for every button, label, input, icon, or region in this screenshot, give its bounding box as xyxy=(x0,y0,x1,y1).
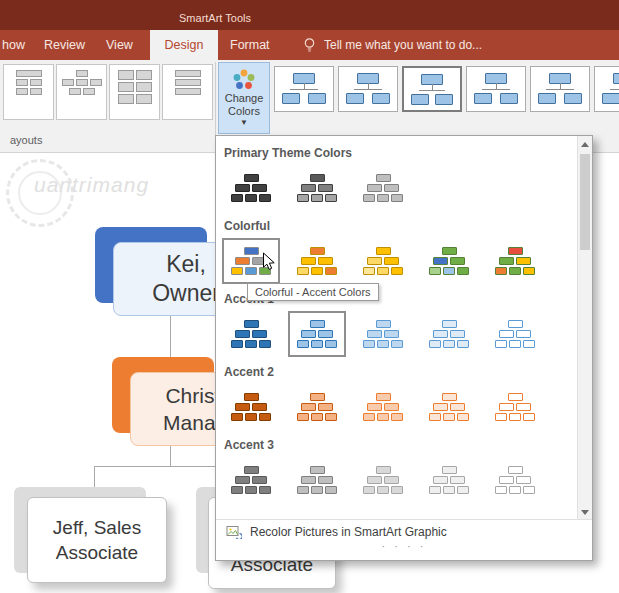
change-colors-menu: Primary Theme ColorsColorfulAccent 1Acce… xyxy=(215,135,593,561)
color-variant-gradient-range-accent-2[interactable] xyxy=(354,384,412,430)
menu-section-header: Accent 3 xyxy=(216,432,577,455)
scrollbar-thumb[interactable] xyxy=(580,154,590,250)
lightbulb-icon xyxy=(302,37,317,53)
menu-scrollbar[interactable] xyxy=(577,136,592,520)
smartart-color-style-5[interactable] xyxy=(530,66,590,112)
connector-line xyxy=(170,316,171,357)
layout-thumbnail[interactable] xyxy=(3,64,54,120)
scrollbar-up-button[interactable] xyxy=(578,136,592,152)
tell-me-text: Tell me what you want to do... xyxy=(324,38,482,52)
powerpoint-window: SmartArt Tools how Review View Design Fo… xyxy=(0,0,619,593)
group-separator xyxy=(215,62,216,146)
watermark-text: uantrimang xyxy=(34,173,149,197)
mouse-cursor xyxy=(262,252,276,272)
layout-thumbnail[interactable] xyxy=(56,64,107,120)
color-variant-colored-outline-accent-3[interactable] xyxy=(486,457,544,503)
change-colors-icon xyxy=(231,68,257,92)
color-variant-colored-fill-accent-2-dark[interactable] xyxy=(222,384,280,430)
layout-thumbnail[interactable] xyxy=(109,64,160,120)
color-variant-row xyxy=(216,455,577,505)
menu-resize-handle[interactable]: · · · · xyxy=(216,541,592,551)
tab-review[interactable]: Review xyxy=(44,30,85,60)
color-variant-row xyxy=(216,309,577,359)
menu-section-header: Primary Theme Colors xyxy=(216,140,577,163)
chevron-down-icon: ▼ xyxy=(240,119,248,127)
recolor-pictures-label: Recolor Pictures in SmartArt Graphic xyxy=(250,525,447,539)
color-variant-colored-fill-accent-1-dark[interactable] xyxy=(222,311,280,357)
ribbon-tab-bar: how Review View Design Format Tell me wh… xyxy=(0,30,619,60)
color-variant-colored-fill-accent-3-dark[interactable] xyxy=(222,457,280,503)
org-box-jeff-line1: Jeff, Sales xyxy=(53,515,141,540)
color-variant-gradient-range-accent-3[interactable] xyxy=(354,457,412,503)
color-variant-colored-outline-accent-2[interactable] xyxy=(486,384,544,430)
color-variant-gradient-range-accent-1[interactable] xyxy=(354,311,412,357)
change-colors-label-2: Colors xyxy=(228,105,260,118)
color-variant-colored-fill-accent-2[interactable] xyxy=(288,384,346,430)
color-variant-colorful-range-accent-4-to-5[interactable] xyxy=(420,238,478,284)
title-bar: SmartArt Tools xyxy=(0,0,619,30)
menu-section-header: Accent 2 xyxy=(216,359,577,382)
smartart-color-style-1[interactable] xyxy=(274,66,334,112)
smartart-styles-gallery xyxy=(274,66,619,112)
smartart-color-style-3[interactable] xyxy=(402,66,462,112)
color-variant-colorful-range-accent-3-to-4[interactable] xyxy=(354,238,412,284)
tell-me-box[interactable]: Tell me what you want to do... xyxy=(302,30,482,60)
tab-slide-show[interactable]: how xyxy=(2,30,25,60)
color-variant-colorful-range-accent-2-to-3[interactable] xyxy=(288,238,346,284)
org-box-owner-line2: Owner xyxy=(152,279,220,308)
tab-design[interactable]: Design xyxy=(150,30,218,60)
color-variant-colored-outline-accent-1[interactable] xyxy=(486,311,544,357)
color-variant-colored-fill-accent-1[interactable] xyxy=(288,311,346,357)
color-variant-gray-fill[interactable] xyxy=(354,165,412,211)
org-box-owner-line1: Kei, xyxy=(166,250,206,279)
color-variant-row xyxy=(216,163,577,213)
change-colors-label-1: Change xyxy=(225,92,264,105)
color-variant-colored-fill-accent-3[interactable] xyxy=(288,457,346,503)
change-colors-menu-content: Primary Theme ColorsColorfulAccent 1Acce… xyxy=(216,136,577,520)
smartart-color-style-6[interactable] xyxy=(594,66,619,112)
color-variant-gradient-loop-accent-1[interactable] xyxy=(420,311,478,357)
tooltip: Colorful - Accent Colors xyxy=(247,283,379,301)
color-variant-dark-fill[interactable] xyxy=(222,165,280,211)
color-variant-gradient-loop-accent-2[interactable] xyxy=(420,384,478,430)
org-box-jeff-line2: Associate xyxy=(56,540,138,565)
scrollbar-down-button[interactable] xyxy=(578,504,592,520)
recolor-pictures-item[interactable]: Recolor Pictures in SmartArt Graphic xyxy=(216,520,592,541)
color-variant-gradient-loop-accent-3[interactable] xyxy=(420,457,478,503)
color-variant-row xyxy=(216,382,577,432)
color-variant-dark-2-fill[interactable] xyxy=(288,165,346,211)
recolor-pictures-icon xyxy=(226,525,242,539)
change-colors-button[interactable]: Change Colors ▼ xyxy=(218,62,270,134)
connector-line xyxy=(170,446,171,466)
menu-section-header: Colorful xyxy=(216,213,577,236)
layouts-group-label: ayouts xyxy=(10,134,42,146)
smartart-color-style-4[interactable] xyxy=(466,66,526,112)
menu-footer: Recolor Pictures in SmartArt Graphic · ·… xyxy=(216,519,592,560)
org-box-jeff[interactable]: Jeff, Sales Associate xyxy=(27,497,167,583)
layout-thumbnail[interactable] xyxy=(162,64,213,120)
smartart-color-style-2[interactable] xyxy=(338,66,398,112)
color-variant-colorful-range-accent-5-to-6[interactable] xyxy=(486,238,544,284)
smartart-tools-label: SmartArt Tools xyxy=(148,0,282,30)
tab-format[interactable]: Format xyxy=(230,30,270,60)
tab-view[interactable]: View xyxy=(106,30,133,60)
layouts-gallery xyxy=(3,64,213,120)
